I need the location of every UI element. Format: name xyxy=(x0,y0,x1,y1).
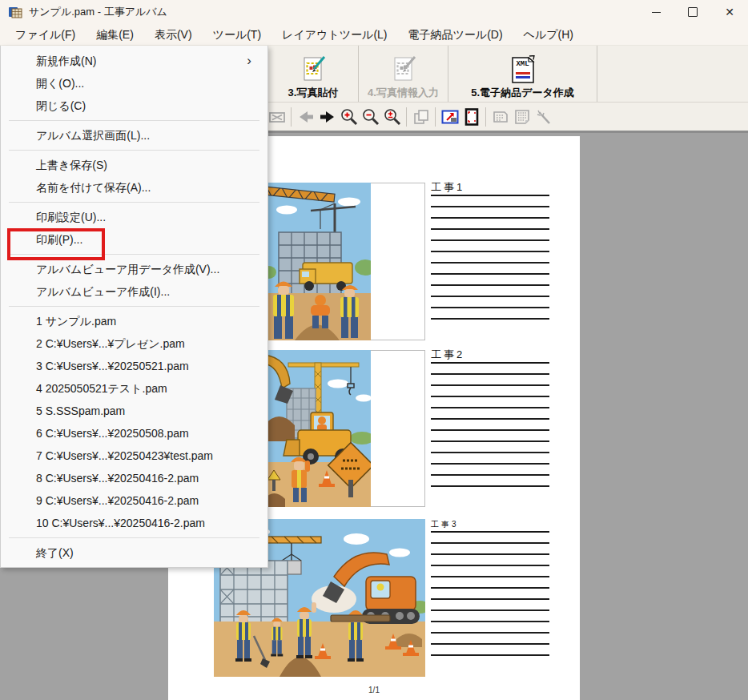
menu-item-recent-10[interactable]: 10 C:¥Users¥...¥20250416-2.pam xyxy=(1,512,267,534)
page-margin-icon[interactable] xyxy=(460,106,482,127)
menu-separator xyxy=(9,150,259,151)
menu-item-recent-6[interactable]: 6 C:¥Users¥...¥20250508.pam xyxy=(1,422,267,445)
menu-item-recent-4[interactable]: 4 2025050521テスト.pam xyxy=(1,377,267,400)
menu-edit[interactable]: 編集(E) xyxy=(86,25,144,45)
cut-tool-icon xyxy=(266,106,288,127)
edelivery-data-label: 5.電子納品データ作成 xyxy=(471,86,573,99)
photo-paste-label: 3.写真貼付 xyxy=(288,86,339,99)
ruled-lines-2 xyxy=(431,364,549,487)
construction-site-photo-2[interactable] xyxy=(264,350,371,507)
menu-view[interactable]: 表示(V) xyxy=(144,25,203,45)
photo-info-label: 4.写真情報入力 xyxy=(368,86,439,99)
entry-text-block-2[interactable]: 工事2 xyxy=(431,348,549,487)
forward-arrow-icon[interactable] xyxy=(316,106,338,127)
close-icon: ✕ xyxy=(725,6,734,18)
submenu-arrow-icon: › xyxy=(247,50,251,72)
entry-heading-2: 工事2 xyxy=(431,348,549,364)
entry-heading-1: 工事1 xyxy=(431,181,549,196)
edelivery-data-button[interactable]: XML 5.電子納品データ作成 xyxy=(448,46,597,102)
menu-item-recent-3[interactable]: 3 C:¥Users¥...¥20250521.pam xyxy=(1,355,267,377)
zoom-reset-icon[interactable] xyxy=(381,106,403,127)
window-title: サンプル.pam - 工事アルバム xyxy=(29,5,167,19)
menu-item-viewer-data[interactable]: アルバムビューア用データ作成(V)... xyxy=(1,258,267,280)
xml-data-icon: XML xyxy=(509,55,537,86)
minimize-icon xyxy=(652,12,661,13)
ruled-lines-3 xyxy=(431,533,549,656)
menu-item-save[interactable]: 上書き保存(S) xyxy=(1,154,267,176)
toolbar-separator xyxy=(435,107,436,127)
title-bar: サンプル.pam - 工事アルバム ✕ xyxy=(0,0,748,24)
entry-text-block-3[interactable]: 工事3 xyxy=(431,520,549,656)
stamp-icon xyxy=(489,106,511,127)
xml-icon-red-bar xyxy=(516,72,530,74)
toolbar-separator xyxy=(485,107,486,127)
pattern-paste-icon xyxy=(511,106,533,127)
zoom-out-icon[interactable] xyxy=(360,106,381,127)
xml-icon-text: XML xyxy=(516,60,529,68)
menu-layout-tools[interactable]: レイアウトツール(L) xyxy=(271,25,397,45)
menu-item-recent-7[interactable]: 7 C:¥Users¥...¥20250423¥test.pam xyxy=(1,445,267,467)
menu-item-recent-2[interactable]: 2 C:¥Users¥...¥プレゼン.pam xyxy=(1,332,267,355)
menu-item-album-select[interactable]: アルバム選択画面(L)... xyxy=(1,124,267,147)
menu-separator xyxy=(9,537,259,538)
close-button[interactable]: ✕ xyxy=(711,0,748,24)
menu-separator xyxy=(9,202,259,203)
menu-item-recent-9[interactable]: 9 C:¥Users¥...¥20250416-2.pam xyxy=(1,489,267,512)
file-menu-dropdown: 新規作成(N) › 開く(O)... 閉じる(C) アルバム選択画面(L)...… xyxy=(0,46,268,568)
menu-item-print-setup[interactable]: 印刷設定(U)... xyxy=(1,206,267,228)
menu-item-close[interactable]: 閉じる(C) xyxy=(1,95,267,117)
menu-item-recent-5[interactable]: 5 S.SSSpam.pam xyxy=(1,400,267,422)
menu-bar: ファイル(F) 編集(E) 表示(V) ツール(T) レイアウトツール(L) 電… xyxy=(0,24,748,46)
maximize-button[interactable] xyxy=(674,0,711,24)
menu-item-print[interactable]: 印刷(P)... xyxy=(1,228,267,251)
zoom-in-icon[interactable] xyxy=(338,106,360,127)
photo-paste-button[interactable]: 3.写真貼付 xyxy=(268,46,359,102)
menu-separator xyxy=(9,254,259,255)
menu-item-exit[interactable]: 終了(X) xyxy=(1,541,267,564)
menu-separator xyxy=(9,120,259,121)
menu-item-save-as[interactable]: 名前を付けて保存(A)... xyxy=(1,176,267,199)
menu-help[interactable]: ヘルプ(H) xyxy=(513,25,584,45)
menu-separator xyxy=(9,306,259,307)
menu-item-viewer-create[interactable]: アルバムビューア作成(I)... xyxy=(1,280,267,303)
menu-item-open[interactable]: 開く(O)... xyxy=(1,72,267,95)
menu-item-recent-1[interactable]: 1 サンプル.pam xyxy=(1,310,267,332)
ruled-lines-1 xyxy=(431,196,549,320)
app-icon xyxy=(8,5,22,19)
minimize-button[interactable] xyxy=(637,0,674,24)
photo-info-icon xyxy=(389,55,418,86)
toolbar-separator xyxy=(406,107,407,127)
menu-item-new[interactable]: 新規作成(N) › xyxy=(1,50,267,72)
fit-window-icon[interactable] xyxy=(439,106,460,127)
entry-heading-3: 工事3 xyxy=(431,520,549,533)
page-indicator: 1/1 xyxy=(168,686,580,694)
menu-file[interactable]: ファイル(F) xyxy=(5,25,86,45)
paste-mode-icon xyxy=(410,106,432,127)
photo-info-button: 4.写真情報入力 xyxy=(359,46,448,102)
xml-icon-blue-bar xyxy=(516,76,530,78)
back-arrow-icon xyxy=(295,106,316,127)
menu-item-recent-8[interactable]: 8 C:¥Users¥...¥20250416-2.pam xyxy=(1,467,267,489)
annotation-pen-icon xyxy=(533,106,554,127)
maximize-icon xyxy=(688,7,698,17)
construction-site-photo-1[interactable] xyxy=(264,183,371,340)
photo-paste-icon xyxy=(299,55,328,86)
menu-edelivery-tools[interactable]: 電子納品ツール(D) xyxy=(398,25,513,45)
toolbar-separator xyxy=(291,107,292,127)
entry-text-block-1[interactable]: 工事1 xyxy=(431,181,549,320)
menu-tools[interactable]: ツール(T) xyxy=(203,25,272,45)
